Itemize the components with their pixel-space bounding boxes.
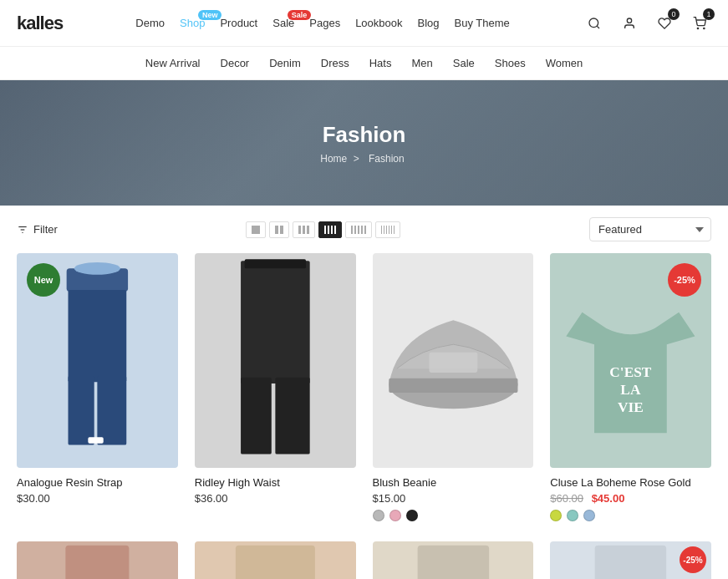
nav-new-arrival[interactable]: New Arrival [145, 57, 201, 69]
search-icon [588, 17, 601, 30]
product-name: Analogue Resin Strap [17, 476, 178, 489]
product-card[interactable] [373, 541, 534, 579]
svg-rect-25 [417, 546, 489, 579]
breadcrumb-separator: > [354, 153, 359, 165]
nav-men[interactable]: Men [411, 57, 432, 69]
svg-rect-8 [68, 290, 126, 382]
cart-count: 1 [703, 8, 715, 20]
secondary-nav: New Arrival Decor Denim Dress Hats Men S… [0, 47, 728, 80]
products-partial-row: -25% [0, 541, 728, 579]
nav-pages[interactable]: Pages [309, 17, 340, 29]
nav-sale[interactable]: Sale Sale [272, 17, 294, 29]
nav-blog[interactable]: Blog [418, 17, 440, 29]
swatch[interactable] [406, 510, 418, 521]
product-price: $36.00 [195, 492, 356, 505]
product-card[interactable]: Ridley High Waist $36.00 [195, 253, 356, 525]
svg-point-1 [627, 18, 631, 23]
svg-rect-15 [275, 378, 309, 455]
wishlist-count: 0 [668, 8, 680, 20]
swatch[interactable] [389, 510, 401, 521]
product-name: Blush Beanie [373, 476, 534, 489]
svg-text:C'EST: C'EST [610, 364, 653, 380]
view-5col[interactable] [345, 221, 372, 238]
account-icon [623, 17, 636, 30]
color-swatches [373, 510, 534, 521]
price-sale: $45.00 [592, 492, 625, 505]
swatch[interactable] [550, 510, 562, 521]
svg-rect-13 [241, 261, 310, 383]
header-icons: 0 1 [583, 12, 711, 35]
main-nav: Demo Shop New Product Sale Sale Pages Lo… [135, 17, 509, 29]
sort-container: Featured Price: Low to High Price: High … [589, 217, 711, 241]
logo[interactable]: kalles [17, 13, 63, 34]
filter-icon [17, 224, 28, 236]
view-3col[interactable] [293, 221, 315, 238]
product-card[interactable]: -25% [550, 541, 711, 579]
svg-rect-24 [236, 546, 315, 579]
hero-banner: Fashion Home > Fashion [0, 80, 728, 206]
nav-shop[interactable]: Shop New [180, 17, 205, 29]
search-button[interactable] [583, 12, 606, 35]
svg-rect-26 [595, 546, 667, 579]
sale-badge: Sale [288, 10, 312, 20]
sort-select[interactable]: Featured Price: Low to High Price: High … [589, 217, 711, 241]
swatch[interactable] [567, 510, 578, 521]
nav-product[interactable]: Product [220, 17, 257, 29]
svg-rect-9 [68, 376, 94, 445]
svg-rect-11 [88, 437, 103, 443]
product-image-beanie [373, 253, 534, 468]
svg-text:VIE: VIE [618, 399, 644, 415]
nav-sale[interactable]: Sale [453, 57, 475, 69]
svg-text:LA: LA [621, 382, 642, 398]
view-6col[interactable] [375, 221, 400, 238]
breadcrumb-current: Fashion [369, 153, 405, 165]
shop-badge: New [198, 10, 222, 20]
product-price: $60.00 $45.00 [550, 492, 711, 505]
svg-point-3 [704, 28, 705, 28]
product-price: $15.00 [373, 492, 534, 505]
svg-rect-18 [389, 378, 517, 393]
view-controls [246, 221, 400, 238]
product-price: $30.00 [17, 492, 178, 505]
swatch[interactable] [583, 510, 595, 521]
wishlist-button[interactable]: 0 [653, 12, 676, 35]
svg-point-0 [589, 18, 598, 28]
svg-rect-23 [65, 546, 129, 579]
toolbar: Filter [0, 206, 728, 253]
page-title: Fashion [320, 122, 407, 148]
swatch[interactable] [373, 510, 384, 521]
product-card[interactable] [195, 541, 356, 579]
account-button[interactable] [618, 12, 641, 35]
nav-buy-theme[interactable]: Buy Theme [455, 17, 510, 29]
product-name: Ridley High Waist [195, 476, 356, 489]
svg-rect-10 [97, 376, 126, 445]
nav-denim[interactable]: Denim [269, 57, 301, 69]
cart-button[interactable]: 1 [688, 12, 711, 35]
nav-women[interactable]: Women [546, 57, 583, 69]
breadcrumb-home[interactable]: Home [320, 153, 347, 165]
svg-point-12 [74, 262, 120, 275]
product-image-pants-black [195, 253, 356, 468]
svg-rect-16 [244, 259, 305, 268]
nav-decor[interactable]: Decor [221, 57, 250, 69]
product-card[interactable]: -25% C'EST LA VIE Cluse La Boheme Rose G… [550, 253, 711, 525]
product-card[interactable] [17, 541, 178, 579]
filter-button[interactable]: Filter [17, 223, 58, 236]
breadcrumb: Home > Fashion [320, 153, 407, 165]
product-name: Cluse La Boheme Rose Gold [550, 476, 711, 489]
badge-new: New [27, 263, 60, 297]
badge-discount: -25% [668, 263, 701, 297]
view-2col[interactable] [269, 221, 289, 238]
svg-rect-19 [429, 353, 477, 373]
product-card[interactable]: Blush Beanie $15.00 [373, 253, 534, 525]
view-4col[interactable] [318, 221, 342, 238]
nav-lookbook[interactable]: Lookbook [355, 17, 402, 29]
nav-demo[interactable]: Demo [135, 17, 165, 29]
nav-dress[interactable]: Dress [321, 57, 349, 69]
nav-shoes[interactable]: Shoes [495, 57, 526, 69]
view-1col[interactable] [246, 221, 266, 238]
product-card[interactable]: New Analogue Resin Strap $30.00 [17, 253, 178, 525]
svg-point-2 [697, 28, 698, 28]
color-swatches [550, 510, 711, 521]
nav-hats[interactable]: Hats [369, 57, 392, 69]
